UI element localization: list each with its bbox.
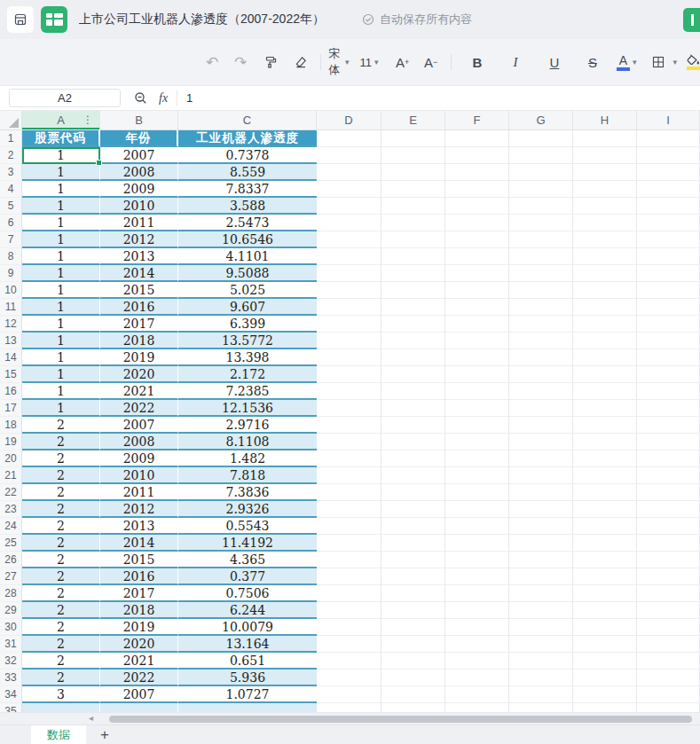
cell-D23[interactable]	[317, 501, 381, 518]
cell-E20[interactable]	[381, 450, 445, 467]
cell-B14[interactable]: 2019	[100, 349, 178, 366]
cell-I10[interactable]	[637, 282, 700, 299]
row-header-17[interactable]: 17	[0, 400, 22, 417]
font-color-caret-icon[interactable]: ▾	[633, 58, 637, 67]
cell-E30[interactable]	[381, 619, 445, 636]
cell-D20[interactable]	[317, 450, 381, 467]
share-button[interactable]	[683, 8, 700, 32]
cell-I15[interactable]	[637, 366, 700, 383]
cell-E13[interactable]	[381, 333, 445, 349]
cell-H35[interactable]	[573, 703, 637, 712]
cell-G19[interactable]	[509, 434, 573, 450]
row-header-25[interactable]: 25	[0, 535, 22, 552]
cell-H16[interactable]	[573, 383, 637, 400]
cell-I1[interactable]	[637, 130, 700, 147]
cell-E35[interactable]	[381, 703, 445, 712]
cell-D29[interactable]	[317, 602, 381, 619]
cell-E3[interactable]	[381, 164, 445, 181]
cell-B30[interactable]: 2019	[100, 619, 178, 636]
cell-H28[interactable]	[573, 585, 637, 602]
row-header-1[interactable]: 1	[0, 130, 22, 147]
select-all-corner[interactable]	[0, 111, 22, 129]
cell-B22[interactable]: 2011	[100, 484, 178, 501]
cell-H18[interactable]	[573, 417, 637, 434]
cell-C6[interactable]: 2.5473	[178, 215, 317, 231]
cell-H1[interactable]	[573, 130, 637, 147]
column-menu-icon[interactable]: ⋮	[83, 114, 93, 126]
cell-G6[interactable]	[509, 215, 573, 231]
cell-B31[interactable]: 2020	[100, 636, 178, 653]
cell-A17[interactable]: 1	[22, 400, 100, 417]
cell-H25[interactable]	[573, 535, 637, 552]
cell-C10[interactable]: 5.025	[178, 282, 317, 299]
cell-C28[interactable]: 0.7506	[178, 585, 317, 602]
cell-G12[interactable]	[509, 316, 573, 333]
cell-F15[interactable]	[445, 366, 509, 383]
cell-C18[interactable]: 2.9716	[178, 417, 317, 434]
cell-I25[interactable]	[637, 535, 700, 552]
cell-I28[interactable]	[637, 585, 700, 602]
cell-A19[interactable]: 2	[22, 434, 100, 450]
cell-C21[interactable]: 7.818	[178, 467, 317, 484]
cell-I12[interactable]	[637, 316, 700, 333]
cell-F35[interactable]	[445, 703, 509, 712]
cell-F28[interactable]	[445, 585, 509, 602]
row-header-19[interactable]: 19	[0, 434, 22, 450]
cell-I11[interactable]	[637, 299, 700, 316]
cell-D5[interactable]	[317, 198, 381, 215]
font-name-select[interactable]: 宋体	[328, 46, 342, 78]
format-painter-icon[interactable]	[259, 50, 282, 74]
document-title[interactable]: 上市公司工业机器人渗透度（2007-2022年）	[79, 12, 325, 27]
cell-E15[interactable]	[381, 366, 445, 383]
italic-button[interactable]: I	[504, 50, 527, 74]
cell-G11[interactable]	[509, 299, 573, 316]
column-header-B[interactable]: B	[100, 111, 178, 129]
cell-H20[interactable]	[573, 450, 637, 467]
cell-A2[interactable]: 1	[22, 147, 100, 164]
cell-D11[interactable]	[317, 299, 381, 316]
cell-D2[interactable]	[317, 147, 381, 164]
cell-E32[interactable]	[381, 653, 445, 670]
cell-F13[interactable]	[445, 333, 509, 349]
cell-B16[interactable]: 2021	[100, 383, 178, 400]
cell-C31[interactable]: 13.164	[178, 636, 317, 653]
cell-H8[interactable]	[573, 248, 637, 265]
eraser-icon[interactable]	[289, 50, 312, 74]
cell-A24[interactable]: 2	[22, 518, 100, 535]
cell-F14[interactable]	[445, 349, 509, 366]
cell-A14[interactable]: 1	[22, 349, 100, 366]
column-header-G[interactable]: G	[509, 111, 573, 129]
font-size-select[interactable]: 11	[360, 56, 373, 69]
cell-E5[interactable]	[381, 198, 445, 215]
cell-A22[interactable]: 2	[22, 484, 100, 501]
cell-C20[interactable]: 1.482	[178, 450, 317, 467]
cell-C35[interactable]	[178, 703, 317, 712]
cell-E16[interactable]	[381, 383, 445, 400]
cell-B15[interactable]: 2020	[100, 366, 178, 383]
cell-F17[interactable]	[445, 400, 509, 417]
row-header-7[interactable]: 7	[0, 231, 22, 248]
cell-I31[interactable]	[637, 636, 700, 653]
cell-B21[interactable]: 2010	[100, 467, 178, 484]
cell-G32[interactable]	[509, 653, 573, 670]
cell-D9[interactable]	[317, 265, 381, 282]
cell-B11[interactable]: 2016	[100, 299, 178, 316]
cell-A29[interactable]: 2	[22, 602, 100, 619]
row-header-35[interactable]: 35	[0, 703, 22, 712]
column-header-H[interactable]: H	[573, 111, 637, 129]
cell-G10[interactable]	[509, 282, 573, 299]
cell-C33[interactable]: 5.936	[178, 670, 317, 686]
cell-F21[interactable]	[445, 467, 509, 484]
row-header-24[interactable]: 24	[0, 518, 22, 535]
cell-H5[interactable]	[573, 198, 637, 215]
cell-B1[interactable]: 年份	[100, 130, 178, 147]
cell-D27[interactable]	[317, 568, 381, 585]
cell-H31[interactable]	[573, 636, 637, 653]
row-header-12[interactable]: 12	[0, 316, 22, 333]
row-header-32[interactable]: 32	[0, 653, 22, 670]
cell-I16[interactable]	[637, 383, 700, 400]
cell-H4[interactable]	[573, 181, 637, 198]
cell-D6[interactable]	[317, 215, 381, 231]
cell-C14[interactable]: 13.398	[178, 349, 317, 366]
cell-G27[interactable]	[509, 568, 573, 585]
